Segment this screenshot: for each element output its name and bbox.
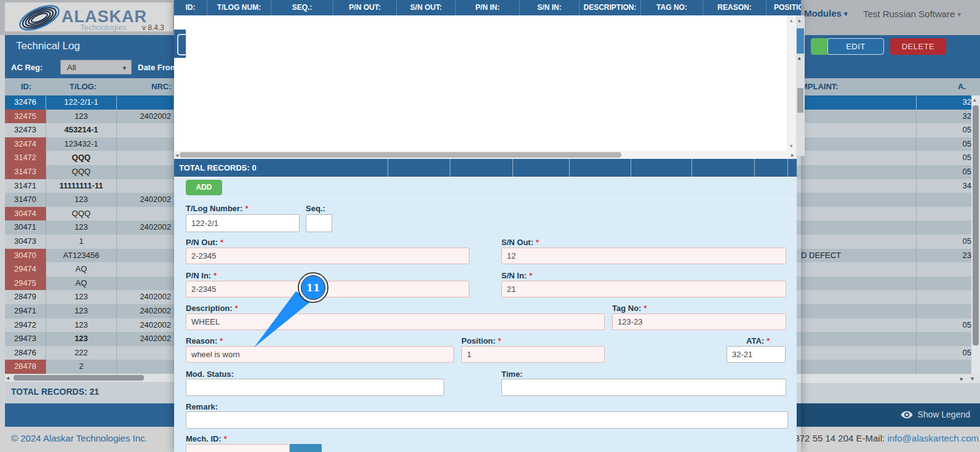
modal-hscrollbar[interactable]: ◂ ▸	[174, 151, 797, 159]
table-row[interactable]	[797, 290, 980, 304]
table-cell[interactable]	[117, 137, 174, 151]
table-row[interactable]: 32	[797, 95, 980, 110]
table-cell[interactable]	[917, 193, 974, 207]
modal-column-header[interactable]: S/N IN:	[520, 0, 580, 15]
scrollbar-thumb[interactable]	[14, 375, 144, 381]
modal-column-header[interactable]: REASON:	[703, 0, 767, 15]
table-row[interactable]: 294721232402002	[5, 318, 174, 333]
table-cell[interactable]	[797, 165, 917, 179]
table-row[interactable]: 05	[797, 151, 980, 165]
table-cell[interactable]: 1	[46, 235, 117, 249]
table-cell[interactable]	[117, 262, 174, 276]
table-cell[interactable]	[117, 249, 174, 263]
table-cell[interactable]: 2402002	[117, 220, 174, 235]
scrollbar-thumb[interactable]	[797, 88, 803, 113]
add-button[interactable]: ADD	[186, 180, 222, 195]
logo[interactable]: ALASKAR Technologies v 8.4.3	[5, 2, 173, 31]
pn-out-input[interactable]	[186, 248, 469, 264]
modal-column-header[interactable]: DESCRIPTION:	[580, 0, 641, 15]
table-cell[interactable]: 123	[46, 220, 117, 235]
table-cell[interactable]: 05	[917, 151, 974, 165]
modal-column-header[interactable]: P/N OUT:	[333, 0, 397, 15]
table-cell[interactable]: QQQ	[46, 165, 117, 179]
table-cell[interactable]: D DEFECT	[797, 249, 917, 263]
table-cell[interactable]: 30471	[5, 220, 46, 235]
table-cell[interactable]: 05	[917, 123, 974, 137]
table-cell[interactable]: 31473	[5, 165, 46, 179]
table-cell[interactable]: 32476	[5, 95, 46, 110]
table-row[interactable]: 05	[797, 165, 980, 179]
table-cell[interactable]: 122-2/1-1	[46, 95, 117, 110]
table-row[interactable]: 304731	[5, 235, 174, 249]
table-row[interactable]: 31472QQQ	[5, 151, 174, 165]
table-cell[interactable]	[797, 123, 917, 137]
table-cell[interactable]: 2	[46, 360, 117, 374]
table-cell[interactable]	[917, 207, 974, 221]
table-cell[interactable]	[117, 123, 174, 137]
remark-input[interactable]	[186, 411, 788, 429]
table-cell[interactable]	[797, 290, 917, 304]
scroll-up-icon[interactable]: ▴	[973, 97, 976, 103]
table-cell[interactable]: 32	[917, 95, 974, 110]
scrollbar-thumb[interactable]	[180, 152, 621, 158]
mod-status-input[interactable]	[186, 379, 444, 396]
table-row[interactable]: 05	[797, 137, 980, 151]
table-row[interactable]: 05	[797, 346, 980, 360]
table-cell[interactable]	[117, 360, 174, 374]
table-cell[interactable]: 2402002	[117, 318, 174, 333]
table-cell[interactable]	[117, 207, 174, 221]
table-cell[interactable]	[117, 179, 174, 193]
table-cell[interactable]: 30470	[5, 249, 46, 263]
modal-column-header[interactable]: SEQ.:	[271, 0, 333, 15]
ata-input[interactable]	[727, 346, 786, 363]
pn-in-input[interactable]	[186, 281, 469, 297]
table-cell[interactable]	[917, 290, 974, 304]
sn-out-input[interactable]	[501, 248, 786, 264]
table-cell[interactable]: 28478	[5, 360, 46, 374]
table-cell[interactable]	[797, 304, 917, 318]
table-row[interactable]: D DEFECT23	[797, 249, 980, 263]
description-input[interactable]	[186, 313, 605, 330]
modal-column-header[interactable]: T/LOG NUM:	[207, 0, 271, 15]
table-cell[interactable]	[797, 220, 917, 235]
table-cell[interactable]	[797, 151, 917, 165]
table-cell[interactable]: 453214-1	[46, 123, 117, 137]
scroll-up-icon[interactable]: ▴	[798, 17, 801, 23]
modules-menu[interactable]: Modules ▾	[804, 8, 848, 18]
table-cell[interactable]: 31470	[5, 193, 46, 207]
table-cell[interactable]: 05	[917, 235, 974, 249]
table-cell[interactable]: 05	[917, 165, 974, 179]
column-header-nrc[interactable]: NRC:	[151, 82, 172, 91]
table-cell[interactable]	[117, 276, 174, 291]
table-cell[interactable]: 30474	[5, 207, 46, 221]
right-table-vscrollbar[interactable]: ▴	[971, 95, 980, 374]
table-cell[interactable]	[917, 276, 974, 291]
table-row[interactable]: 30470AT123456	[5, 249, 174, 263]
table-row[interactable]: 05	[797, 123, 980, 137]
modal-column-header[interactable]: POSITION:	[767, 0, 801, 15]
table-row[interactable]: 05	[797, 318, 980, 333]
table-cell[interactable]: 123	[46, 110, 117, 124]
table-cell[interactable]: 32	[917, 110, 974, 124]
table-row[interactable]: 32	[797, 110, 980, 124]
table-row[interactable]: 32474123432-1	[5, 137, 174, 151]
column-header-id[interactable]: ID:	[21, 82, 31, 91]
table-row[interactable]: 32473453214-1	[5, 123, 174, 137]
table-cell[interactable]: 123432-1	[46, 137, 117, 151]
table-cell[interactable]: 2402002	[117, 110, 174, 124]
table-cell[interactable]: 28476	[5, 346, 46, 360]
table-row[interactable]: 294711232402002	[5, 304, 174, 318]
table-cell[interactable]	[797, 235, 917, 249]
mech-id-input[interactable]	[186, 444, 290, 452]
table-cell[interactable]	[917, 220, 974, 235]
table-cell[interactable]	[117, 235, 174, 249]
modal-vscrollbar[interactable]: ▴ ▾	[787, 15, 797, 151]
table-cell[interactable]	[917, 332, 974, 346]
table-cell[interactable]: 32474	[5, 137, 46, 151]
sn-in-input[interactable]	[501, 281, 786, 297]
table-cell[interactable]: 123	[46, 304, 117, 318]
table-row[interactable]	[797, 304, 980, 318]
table-cell[interactable]	[797, 360, 917, 374]
scroll-up-icon[interactable]: ▴	[790, 17, 793, 23]
scroll-left-icon[interactable]: ◂	[175, 151, 178, 159]
